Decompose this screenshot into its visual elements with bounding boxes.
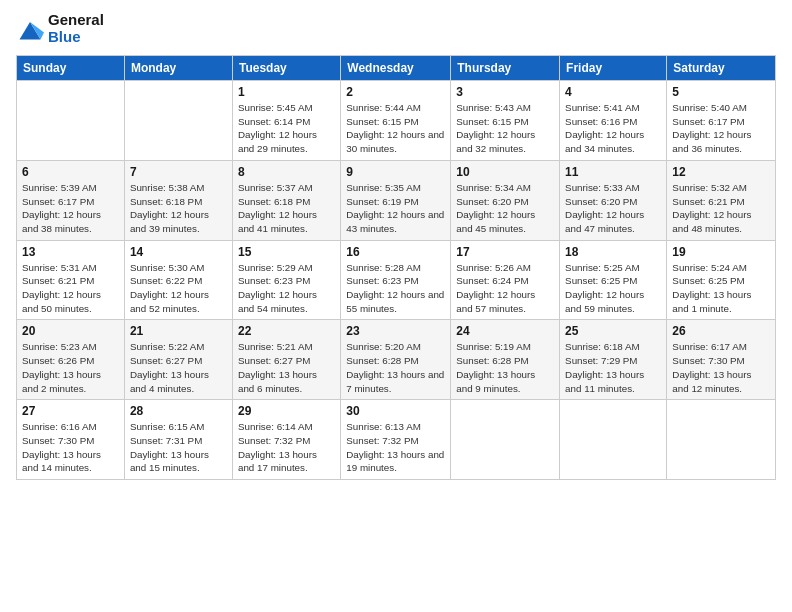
calendar-cell	[667, 400, 776, 480]
calendar-cell: 17Sunrise: 5:26 AM Sunset: 6:24 PM Dayli…	[451, 240, 560, 320]
calendar-cell: 24Sunrise: 5:19 AM Sunset: 6:28 PM Dayli…	[451, 320, 560, 400]
calendar-day-header: Thursday	[451, 56, 560, 81]
calendar-day-header: Wednesday	[341, 56, 451, 81]
calendar-cell: 3Sunrise: 5:43 AM Sunset: 6:15 PM Daylig…	[451, 81, 560, 161]
calendar-table: SundayMondayTuesdayWednesdayThursdayFrid…	[16, 55, 776, 480]
calendar-cell: 19Sunrise: 5:24 AM Sunset: 6:25 PM Dayli…	[667, 240, 776, 320]
day-number: 14	[130, 245, 227, 259]
calendar-cell: 27Sunrise: 6:16 AM Sunset: 7:30 PM Dayli…	[17, 400, 125, 480]
calendar-cell	[124, 81, 232, 161]
calendar-cell: 10Sunrise: 5:34 AM Sunset: 6:20 PM Dayli…	[451, 160, 560, 240]
day-number: 21	[130, 324, 227, 338]
calendar-cell: 18Sunrise: 5:25 AM Sunset: 6:25 PM Dayli…	[560, 240, 667, 320]
day-info: Sunrise: 5:22 AM Sunset: 6:27 PM Dayligh…	[130, 340, 227, 395]
day-number: 19	[672, 245, 770, 259]
day-info: Sunrise: 6:17 AM Sunset: 7:30 PM Dayligh…	[672, 340, 770, 395]
day-info: Sunrise: 5:43 AM Sunset: 6:15 PM Dayligh…	[456, 101, 554, 156]
page: General Blue SundayMondayTuesdayWednesda…	[0, 0, 792, 612]
day-number: 28	[130, 404, 227, 418]
day-info: Sunrise: 5:45 AM Sunset: 6:14 PM Dayligh…	[238, 101, 335, 156]
calendar-day-header: Friday	[560, 56, 667, 81]
calendar-cell: 25Sunrise: 6:18 AM Sunset: 7:29 PM Dayli…	[560, 320, 667, 400]
day-number: 5	[672, 85, 770, 99]
day-number: 15	[238, 245, 335, 259]
day-info: Sunrise: 5:23 AM Sunset: 6:26 PM Dayligh…	[22, 340, 119, 395]
day-info: Sunrise: 5:24 AM Sunset: 6:25 PM Dayligh…	[672, 261, 770, 316]
calendar-header-row: SundayMondayTuesdayWednesdayThursdayFrid…	[17, 56, 776, 81]
day-info: Sunrise: 6:15 AM Sunset: 7:31 PM Dayligh…	[130, 420, 227, 475]
day-info: Sunrise: 5:20 AM Sunset: 6:28 PM Dayligh…	[346, 340, 445, 395]
day-number: 20	[22, 324, 119, 338]
day-info: Sunrise: 5:25 AM Sunset: 6:25 PM Dayligh…	[565, 261, 661, 316]
calendar-cell: 22Sunrise: 5:21 AM Sunset: 6:27 PM Dayli…	[232, 320, 340, 400]
day-number: 22	[238, 324, 335, 338]
day-number: 11	[565, 165, 661, 179]
calendar-cell: 14Sunrise: 5:30 AM Sunset: 6:22 PM Dayli…	[124, 240, 232, 320]
day-info: Sunrise: 5:35 AM Sunset: 6:19 PM Dayligh…	[346, 181, 445, 236]
calendar-cell: 12Sunrise: 5:32 AM Sunset: 6:21 PM Dayli…	[667, 160, 776, 240]
day-info: Sunrise: 5:21 AM Sunset: 6:27 PM Dayligh…	[238, 340, 335, 395]
day-info: Sunrise: 5:40 AM Sunset: 6:17 PM Dayligh…	[672, 101, 770, 156]
calendar-cell	[560, 400, 667, 480]
day-info: Sunrise: 5:44 AM Sunset: 6:15 PM Dayligh…	[346, 101, 445, 156]
day-number: 10	[456, 165, 554, 179]
day-info: Sunrise: 5:19 AM Sunset: 6:28 PM Dayligh…	[456, 340, 554, 395]
day-info: Sunrise: 5:32 AM Sunset: 6:21 PM Dayligh…	[672, 181, 770, 236]
calendar-cell: 1Sunrise: 5:45 AM Sunset: 6:14 PM Daylig…	[232, 81, 340, 161]
calendar-cell: 16Sunrise: 5:28 AM Sunset: 6:23 PM Dayli…	[341, 240, 451, 320]
calendar-week-row: 20Sunrise: 5:23 AM Sunset: 6:26 PM Dayli…	[17, 320, 776, 400]
day-info: Sunrise: 5:39 AM Sunset: 6:17 PM Dayligh…	[22, 181, 119, 236]
calendar-cell: 6Sunrise: 5:39 AM Sunset: 6:17 PM Daylig…	[17, 160, 125, 240]
calendar-cell: 29Sunrise: 6:14 AM Sunset: 7:32 PM Dayli…	[232, 400, 340, 480]
header: General Blue	[16, 12, 776, 45]
day-info: Sunrise: 6:16 AM Sunset: 7:30 PM Dayligh…	[22, 420, 119, 475]
day-number: 6	[22, 165, 119, 179]
calendar-cell: 9Sunrise: 5:35 AM Sunset: 6:19 PM Daylig…	[341, 160, 451, 240]
day-info: Sunrise: 5:37 AM Sunset: 6:18 PM Dayligh…	[238, 181, 335, 236]
day-info: Sunrise: 5:26 AM Sunset: 6:24 PM Dayligh…	[456, 261, 554, 316]
day-info: Sunrise: 5:38 AM Sunset: 6:18 PM Dayligh…	[130, 181, 227, 236]
day-number: 7	[130, 165, 227, 179]
day-number: 25	[565, 324, 661, 338]
calendar-cell: 30Sunrise: 6:13 AM Sunset: 7:32 PM Dayli…	[341, 400, 451, 480]
calendar-cell	[451, 400, 560, 480]
day-number: 30	[346, 404, 445, 418]
day-info: Sunrise: 5:29 AM Sunset: 6:23 PM Dayligh…	[238, 261, 335, 316]
calendar-cell: 11Sunrise: 5:33 AM Sunset: 6:20 PM Dayli…	[560, 160, 667, 240]
day-number: 12	[672, 165, 770, 179]
calendar-cell: 7Sunrise: 5:38 AM Sunset: 6:18 PM Daylig…	[124, 160, 232, 240]
day-info: Sunrise: 5:31 AM Sunset: 6:21 PM Dayligh…	[22, 261, 119, 316]
calendar-day-header: Sunday	[17, 56, 125, 81]
day-number: 2	[346, 85, 445, 99]
day-number: 27	[22, 404, 119, 418]
calendar-day-header: Saturday	[667, 56, 776, 81]
calendar-cell	[17, 81, 125, 161]
day-number: 13	[22, 245, 119, 259]
calendar-week-row: 1Sunrise: 5:45 AM Sunset: 6:14 PM Daylig…	[17, 81, 776, 161]
logo: General Blue	[16, 12, 104, 45]
calendar-cell: 8Sunrise: 5:37 AM Sunset: 6:18 PM Daylig…	[232, 160, 340, 240]
calendar-cell: 5Sunrise: 5:40 AM Sunset: 6:17 PM Daylig…	[667, 81, 776, 161]
calendar-week-row: 13Sunrise: 5:31 AM Sunset: 6:21 PM Dayli…	[17, 240, 776, 320]
calendar-week-row: 6Sunrise: 5:39 AM Sunset: 6:17 PM Daylig…	[17, 160, 776, 240]
day-number: 24	[456, 324, 554, 338]
logo-icon	[16, 15, 44, 43]
day-number: 4	[565, 85, 661, 99]
calendar-cell: 13Sunrise: 5:31 AM Sunset: 6:21 PM Dayli…	[17, 240, 125, 320]
day-info: Sunrise: 5:34 AM Sunset: 6:20 PM Dayligh…	[456, 181, 554, 236]
day-number: 8	[238, 165, 335, 179]
day-number: 1	[238, 85, 335, 99]
day-number: 9	[346, 165, 445, 179]
calendar-cell: 21Sunrise: 5:22 AM Sunset: 6:27 PM Dayli…	[124, 320, 232, 400]
day-number: 26	[672, 324, 770, 338]
calendar-cell: 2Sunrise: 5:44 AM Sunset: 6:15 PM Daylig…	[341, 81, 451, 161]
calendar-cell: 28Sunrise: 6:15 AM Sunset: 7:31 PM Dayli…	[124, 400, 232, 480]
day-number: 18	[565, 245, 661, 259]
day-number: 17	[456, 245, 554, 259]
day-number: 29	[238, 404, 335, 418]
day-number: 3	[456, 85, 554, 99]
calendar-day-header: Monday	[124, 56, 232, 81]
day-info: Sunrise: 5:33 AM Sunset: 6:20 PM Dayligh…	[565, 181, 661, 236]
day-info: Sunrise: 6:13 AM Sunset: 7:32 PM Dayligh…	[346, 420, 445, 475]
calendar-cell: 4Sunrise: 5:41 AM Sunset: 6:16 PM Daylig…	[560, 81, 667, 161]
